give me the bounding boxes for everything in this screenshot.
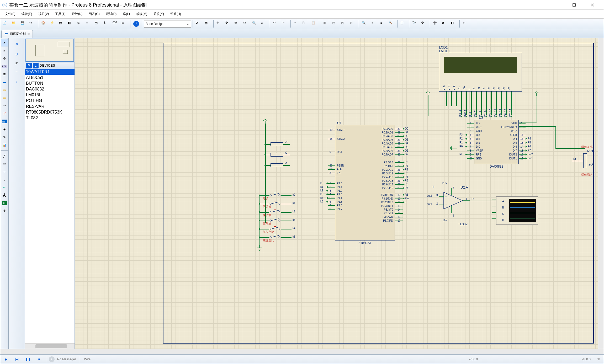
minimize-button[interactable] (547, 0, 565, 10)
maximize-button[interactable] (565, 0, 583, 10)
schematic-button[interactable]: ⚡ (49, 20, 57, 28)
device-list[interactable]: 10WATT0R1AT89C51BUTTONDAC0832LM016LPOT-H… (25, 69, 75, 343)
tape-tool[interactable]: ▬ (1, 118, 8, 125)
generator-tool[interactable]: ◉ (1, 126, 8, 133)
device-item[interactable]: LM016L (25, 92, 75, 98)
block-rotate-button[interactable]: ◩ (340, 20, 348, 28)
resistor[interactable] (271, 163, 283, 167)
menu-library[interactable]: 库(L) (120, 11, 133, 17)
find-button[interactable]: 🔭 (411, 20, 419, 28)
u2-component[interactable]: + − (439, 190, 470, 211)
text-script-tool[interactable]: ≣ (1, 71, 8, 78)
label-tool[interactable]: LBL (1, 63, 8, 70)
step-button[interactable]: ▶| (13, 356, 21, 363)
canvas-hscrollbar[interactable] (0, 349, 604, 354)
device-pin-tool[interactable]: ⊸ (1, 102, 8, 109)
bom-button[interactable]: ≣ (84, 20, 93, 28)
pause-button[interactable]: ❚❚ (24, 356, 32, 363)
gerber-button[interactable]: ◎ (76, 20, 84, 28)
pan-button[interactable]: ✥ (224, 20, 232, 28)
block-copy-button[interactable]: ▣ (322, 20, 330, 28)
delete-sheet-button[interactable]: ✖ (441, 20, 449, 28)
rv1-component[interactable] (583, 153, 587, 168)
hammer-button[interactable]: 🔨 (387, 20, 396, 28)
text-tool[interactable]: A (1, 191, 8, 199)
flip-horizontal-button[interactable]: ↔ (12, 67, 21, 76)
run-button[interactable]: ▶ (2, 356, 10, 363)
zoom-fit-button[interactable]: 🔍 (251, 20, 259, 28)
component-tool[interactable]: ▷ (1, 47, 8, 54)
device-item[interactable]: RT0805DRD0753K (25, 109, 75, 115)
design-variant-combo[interactable]: Base Design ⌄ (144, 20, 191, 28)
open-button[interactable]: 📂 (10, 20, 19, 28)
menu-tools[interactable]: 工具(T) (52, 11, 68, 17)
circle-tool[interactable]: ○ (1, 168, 8, 175)
p-pick-button[interactable]: 🔍 (361, 20, 369, 28)
device-item[interactable]: TL082 (25, 115, 75, 121)
3d-button[interactable]: ◧ (67, 20, 75, 28)
add-sheet-button[interactable]: ➕ (432, 20, 440, 28)
block-delete-button[interactable]: ⊠ (349, 20, 357, 28)
refresh-button[interactable]: ⟳ (194, 20, 203, 28)
binary-button[interactable]: 010 (111, 20, 120, 28)
canvas-vscrollbar[interactable] (598, 38, 604, 349)
help-button[interactable]: ? (132, 20, 140, 28)
schematic-canvas[interactable]: LCD1 LM016L VSSVDDVEERSRWED0D1D2D3D4D5D6… (75, 38, 598, 349)
exit-button[interactable]: ↩ (461, 20, 470, 28)
sheet-props-button[interactable]: ◧ (449, 20, 458, 28)
bus-tool-button[interactable]: ≋ (378, 20, 387, 28)
cut-button[interactable]: ✂ (292, 20, 301, 28)
menu-system[interactable]: 系统(Y) (150, 11, 167, 17)
wire-tool-button[interactable]: ⇢ (369, 20, 378, 28)
oscilloscope[interactable]: ABCD (496, 196, 538, 225)
bus-tool[interactable]: ▬ (1, 78, 8, 86)
instrument-tool[interactable]: 📊 (1, 141, 8, 149)
push-button[interactable] (269, 193, 281, 198)
paste-button[interactable]: 📋 (310, 20, 319, 28)
module-button[interactable]: ◫ (399, 20, 407, 28)
menu-edit[interactable]: 编辑(E) (18, 11, 35, 17)
menu-graph[interactable]: 图表(G) (86, 11, 103, 17)
lcd-component[interactable]: VSSVDDVEERSRWED0D1D2D3D4D5D6D7 (439, 53, 522, 92)
rotate-cw-button[interactable]: ↻ (12, 40, 21, 49)
selection-tool[interactable]: ➤ (1, 39, 8, 46)
terminal-tool[interactable]: ▭ (1, 94, 8, 101)
redo-button[interactable]: ↷ (280, 20, 289, 28)
undo-button[interactable]: ↶ (272, 20, 280, 28)
pick-devices-button[interactable]: P (26, 63, 32, 68)
symbol-tool[interactable]: S (1, 199, 8, 207)
menu-debug[interactable]: 调试(D) (103, 11, 120, 17)
copy-button[interactable]: ⎘ (301, 20, 310, 28)
stop-button[interactable]: ■ (35, 356, 43, 363)
device-item[interactable]: POT-HG (25, 98, 75, 104)
probe-tool[interactable]: ✎ (1, 133, 8, 141)
resistor[interactable] (271, 153, 283, 157)
close-project-button[interactable]: ↪ (28, 20, 36, 28)
property-button[interactable]: ⚙ (420, 20, 428, 28)
pcb-button[interactable]: ▦ (58, 20, 66, 28)
close-button[interactable] (583, 0, 602, 10)
box-tool[interactable]: ▭ (1, 160, 8, 167)
junction-tool[interactable]: ✛ (1, 55, 8, 62)
flip-vertical-button[interactable]: ↕ (12, 77, 21, 86)
save-button[interactable]: 💾 (19, 20, 28, 28)
menu-template[interactable]: 模版(M) (133, 11, 150, 17)
resistor[interactable] (271, 142, 283, 146)
device-item[interactable]: DAC0832 (25, 86, 75, 92)
menu-view[interactable]: 视图(V) (35, 11, 52, 17)
menu-design[interactable]: 设计(N) (69, 11, 86, 17)
u3-component[interactable]: DAC0832 1CS2WR13GND4DI35DI26DI17DI08VREF… (474, 120, 519, 164)
u1-component[interactable]: AT89C51 19XTAL118XTAL29RST29PSEN30ALE31E… (335, 125, 395, 240)
tab-schematic[interactable]: 原理图绘制 ✕ (1, 30, 33, 38)
new-button[interactable]: 📄 (1, 20, 10, 28)
origin-button[interactable]: ✛ (215, 20, 224, 28)
rotate-ccw-button[interactable]: ↺ (12, 50, 21, 59)
grid-toggle-button[interactable]: ▦ (203, 20, 212, 28)
device-item[interactable]: BUTTON (25, 81, 75, 86)
money-button[interactable]: $ (102, 20, 111, 28)
line-tool[interactable]: ╱ (1, 152, 8, 159)
chart-button[interactable]: ▭ (120, 20, 129, 28)
library-devices-button[interactable]: L (33, 63, 39, 68)
device-item[interactable]: RES-VAR (25, 104, 75, 109)
device-item[interactable]: 10WATT0R1 (25, 69, 75, 75)
